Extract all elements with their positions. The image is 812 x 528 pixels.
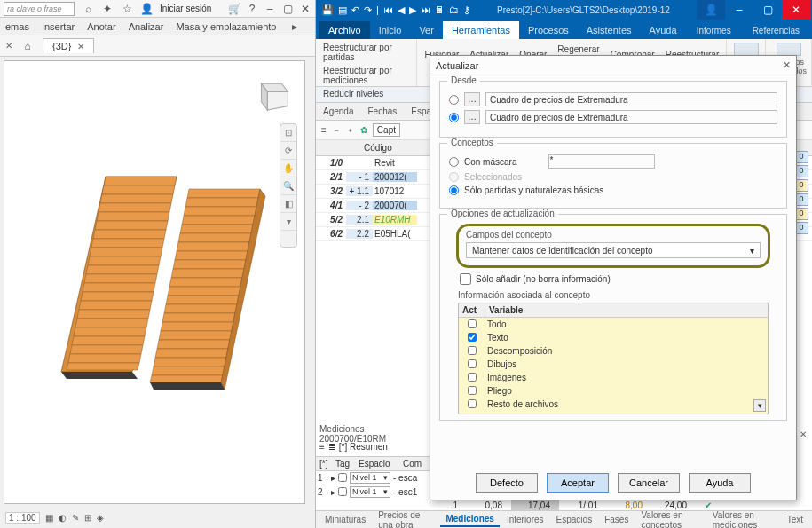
list-item[interactable]: Pliego xyxy=(459,384,768,398)
dialog-close-icon[interactable]: ✕ xyxy=(783,59,791,71)
scroll-down-icon[interactable]: ▾ xyxy=(753,399,766,412)
menu-item[interactable]: Masa y emplazamiento xyxy=(176,21,276,32)
nav-icon[interactable]: ⟳ xyxy=(280,142,296,160)
radio-option[interactable] xyxy=(449,113,459,122)
search-input[interactable]: ra clave o frase xyxy=(4,2,75,16)
ribbon-item[interactable]: Reestructurar por partidas xyxy=(319,41,413,64)
resumen-combo[interactable]: [*] Resumen xyxy=(339,442,388,452)
undo-icon[interactable]: ↶ xyxy=(351,4,359,16)
archivos-icon[interactable] xyxy=(777,43,801,56)
btab[interactable]: Text xyxy=(782,513,808,526)
btab[interactable]: Fases xyxy=(599,513,634,526)
maximize-button[interactable]: ▢ xyxy=(753,0,782,20)
nivel-row[interactable]: 1▸Nivel 1▾- esca xyxy=(316,470,431,485)
radio-mask[interactable] xyxy=(449,157,459,167)
btab[interactable]: Valores en conceptos xyxy=(635,508,705,529)
browse-icon[interactable]: … xyxy=(464,92,480,106)
menu-item[interactable]: emas xyxy=(5,21,29,32)
cart-icon[interactable]: 🛒 xyxy=(228,3,240,15)
nav-icon[interactable]: ▾ xyxy=(280,213,296,231)
list-item[interactable]: Imágenes xyxy=(459,371,768,384)
tab-3d[interactable]: {3D} ✕ xyxy=(43,38,94,53)
export-icon[interactable]: ▤ xyxy=(338,4,347,16)
restore-icon[interactable]: ▢ xyxy=(281,3,294,15)
menu-item[interactable]: Anotar xyxy=(87,21,115,32)
prev-icon[interactable]: ◀ xyxy=(398,4,405,16)
tool-icon[interactable]: ≡ xyxy=(319,442,325,452)
tab-ayuda[interactable]: Ayuda xyxy=(641,21,686,39)
calc-icon[interactable]: 🖩 xyxy=(435,4,445,15)
tab-procesos[interactable]: Procesos xyxy=(519,21,578,39)
ribbon-item[interactable]: Reducir niveles xyxy=(319,87,413,100)
path-field[interactable]: Cuadro de precios de Extremadura xyxy=(485,92,777,106)
campos-dropdown[interactable]: Mantener datos de identificación del con… xyxy=(466,242,761,258)
tab-asistentes[interactable]: Asistentes xyxy=(578,21,641,39)
tab-close-icon[interactable]: ✕ xyxy=(5,41,12,51)
tab-herramientas[interactable]: Herramientas xyxy=(443,21,519,39)
defecto-button[interactable]: Defecto xyxy=(476,473,538,493)
nav-icon[interactable]: 🔍 xyxy=(280,177,296,195)
filter-icon[interactable]: ⚷ xyxy=(463,4,470,16)
btab-active[interactable]: Mediciones xyxy=(440,512,499,527)
tab-ver[interactable]: Ver xyxy=(410,21,443,39)
nav-icon[interactable]: ◧ xyxy=(280,195,296,213)
btab[interactable]: Inferiores xyxy=(501,513,549,526)
last-icon[interactable]: ⏭ xyxy=(421,4,430,15)
tab-referencias[interactable]: Referencias xyxy=(744,22,808,39)
mask-input[interactable]: * xyxy=(548,154,655,169)
tab-close-icon[interactable]: ✕ xyxy=(77,42,84,51)
status-icon[interactable]: ▦ xyxy=(45,513,53,523)
btab[interactable]: Precios de una obra xyxy=(373,508,438,529)
scale-display[interactable]: 1 : 100 xyxy=(5,512,40,524)
btab[interactable]: Espacios xyxy=(551,513,598,526)
first-icon[interactable]: ⏮ xyxy=(383,4,393,15)
radio-option[interactable] xyxy=(449,95,459,105)
radio-basic[interactable] xyxy=(449,185,459,195)
status-icon[interactable]: ⊞ xyxy=(84,513,91,523)
status-icon[interactable]: ◈ xyxy=(97,513,104,523)
subtab[interactable]: Agenda xyxy=(316,104,360,119)
expand-icon[interactable]: ▸ xyxy=(288,20,301,33)
list-item[interactable]: Dibujos xyxy=(459,358,768,371)
nivel-row[interactable]: 2▸Nivel 1▾- esc1 xyxy=(316,485,431,499)
browse-icon[interactable]: … xyxy=(464,110,480,124)
help-icon[interactable]: ? xyxy=(246,3,258,15)
checkbox-solo-anadir[interactable] xyxy=(460,273,471,285)
tab-informes[interactable]: Informes xyxy=(688,22,740,39)
aceptar-button[interactable]: Aceptar xyxy=(547,473,609,493)
view-cube[interactable] xyxy=(251,75,292,116)
user-icon[interactable]: 👤 xyxy=(140,3,153,15)
tool-icon[interactable]: － xyxy=(332,124,341,137)
tab-archivo[interactable]: Archivo xyxy=(319,21,370,39)
status-icon[interactable]: ◐ xyxy=(59,513,67,523)
next-icon[interactable]: ▶ xyxy=(409,4,416,16)
home-icon[interactable]: ⌂ xyxy=(21,40,34,52)
key-icon[interactable]: ✦ xyxy=(101,3,114,15)
nav-icon[interactable]: ✋ xyxy=(280,160,296,177)
binoculars-icon[interactable]: ⌕ xyxy=(82,3,94,15)
tool-icon[interactable]: ≡ xyxy=(321,125,327,135)
menu-item[interactable]: Insertar xyxy=(42,21,75,32)
tree-icon[interactable]: 🗂 xyxy=(449,4,459,15)
path-field[interactable]: Cuadro de precios de Extremadura xyxy=(485,110,777,124)
btab[interactable]: Valores en mediciones xyxy=(707,508,780,529)
user-icon[interactable]: 👤 xyxy=(697,0,725,20)
tab-inicio[interactable]: Inicio xyxy=(370,21,411,39)
list-item[interactable]: Descomposición xyxy=(459,344,768,358)
subtab[interactable]: Fechas xyxy=(360,104,404,119)
tool-icon[interactable]: ﹢ xyxy=(346,124,355,137)
combo-capt[interactable]: Capt xyxy=(373,123,400,137)
btab[interactable]: Miniaturas xyxy=(319,513,371,526)
list-item[interactable]: Todo xyxy=(459,318,768,331)
minimize-icon[interactable]: – xyxy=(264,3,276,15)
ribbon-item[interactable]: Reestructurar por mediciones xyxy=(319,64,413,87)
redo-icon[interactable]: ↷ xyxy=(364,4,372,16)
cancelar-button[interactable]: Cancelar xyxy=(618,473,680,493)
list-item[interactable]: Resto de archivos xyxy=(459,398,768,411)
tool-icon[interactable]: ✿ xyxy=(360,125,367,135)
ayuda-button[interactable]: Ayuda xyxy=(689,473,751,493)
close-icon[interactable]: ✕ xyxy=(299,3,311,15)
minimize-button[interactable]: – xyxy=(725,0,753,20)
list-item[interactable]: Texto xyxy=(459,331,768,344)
viewport-3d[interactable]: ⊡ ⟳ ✋ 🔍 ◧ ▾ xyxy=(4,60,305,504)
